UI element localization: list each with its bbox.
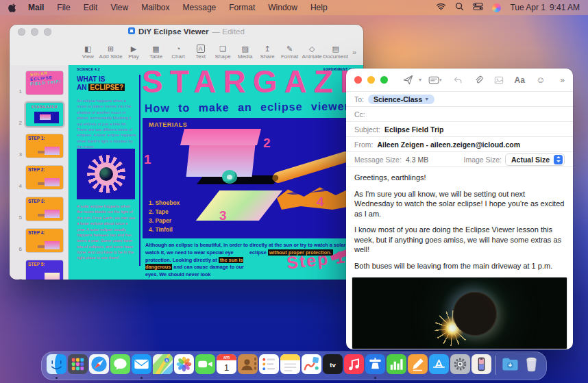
toolbar-animate-button[interactable]: ◇Animate: [301, 45, 323, 60]
table-icon: ▦: [152, 45, 159, 53]
dock-trash-icon[interactable]: [522, 354, 541, 375]
slide-subtitle: How to make an eclipse viewer!: [145, 100, 354, 114]
slide-thumbnail-4[interactable]: STEP 2:: [24, 164, 65, 191]
slide-thumbnail-3[interactable]: STEP 1:: [24, 132, 65, 160]
shape-icon: ❏: [219, 45, 226, 53]
running-indicator: [140, 377, 143, 379]
materials-list-item: 1. Shoebox: [149, 199, 180, 208]
menu-message[interactable]: Message: [183, 3, 217, 12]
thumbnail-art: STEP 5:: [26, 260, 63, 280]
image-size-popup[interactable]: Actual Size: [505, 153, 565, 166]
slide-thumbnail-2[interactable]: STARGAZER: [24, 101, 65, 128]
from-field[interactable]: From: Aileen Zeigen - aileen.zeigen@iclo…: [346, 136, 573, 151]
toolbar-play-button[interactable]: ▶Play: [123, 45, 145, 60]
dock-safari-icon[interactable]: [89, 354, 109, 375]
slide-thumbnail-6[interactable]: STEP 4:: [24, 227, 65, 254]
toolbar-view-button[interactable]: ◧View: [77, 45, 99, 60]
menu-file[interactable]: File: [57, 3, 70, 12]
toolbar-text-button[interactable]: AText: [189, 45, 212, 60]
dock-contacts-icon[interactable]: [238, 354, 258, 375]
send-icon[interactable]: [403, 75, 413, 85]
thumb-art: [45, 241, 60, 249]
toolbar-overflow-icon[interactable]: »: [352, 48, 356, 56]
add-slide-icon: ⊞: [108, 45, 114, 53]
minimize-button[interactable]: [367, 76, 375, 84]
dock-appstore-icon[interactable]: [429, 354, 449, 375]
dock-numbers-icon[interactable]: [387, 354, 406, 375]
apple-menu-icon[interactable]: [8, 3, 16, 12]
siri-icon[interactable]: [492, 3, 501, 12]
dock-divider: [495, 356, 496, 375]
dock-finder-icon[interactable]: [47, 354, 66, 375]
slide-thumbnail-7[interactable]: STEP 5:: [24, 258, 65, 280]
to-recipient-token[interactable]: Science-Class▼: [368, 95, 434, 104]
toolbar-document-button[interactable]: ▤Document: [323, 45, 347, 60]
toolbar-chart-button[interactable]: ◔Chart: [167, 45, 190, 60]
dock-launchpad-icon[interactable]: [68, 354, 88, 375]
dock-reminders-icon[interactable]: [259, 354, 279, 375]
slide-divider: [139, 75, 140, 266]
toolbar-label: Table: [149, 53, 162, 60]
toolbar-overflow-icon[interactable]: »: [560, 75, 565, 85]
slide-thumbnail-1[interactable]: SOLARECLIPSEFIELD TRIP!: [24, 69, 65, 97]
dock-pages-icon[interactable]: [408, 354, 428, 375]
header-fields-icon[interactable]: ▾: [428, 76, 442, 84]
emoji-icon[interactable]: ☺: [536, 75, 545, 85]
slide-row-6: 6STEP 4:: [13, 227, 68, 254]
dock-facetime-icon[interactable]: [195, 354, 215, 375]
materials-box: MATERIALS 1 2 3 4 1. Shoebox2. Tape3. Pa…: [143, 118, 356, 238]
menu-edit[interactable]: Edit: [84, 3, 98, 12]
insert-photo-icon[interactable]: [494, 75, 504, 85]
subject-label: Subject:: [354, 125, 380, 134]
toolbar-add-slide-button[interactable]: ⊞Add Slide: [99, 45, 123, 60]
toolbar-format-button[interactable]: ✎Format: [278, 45, 301, 60]
eclipse-attachment-image[interactable]: [352, 277, 567, 349]
dock-photos-icon[interactable]: [174, 354, 194, 375]
thumbnail-art: STEP 3:: [26, 197, 63, 221]
toolbar-table-button[interactable]: ▦Table: [145, 45, 167, 60]
dock-appletv-icon[interactable]: tv: [323, 354, 343, 375]
dock-settings-icon[interactable]: [450, 354, 470, 375]
menu-view[interactable]: View: [110, 3, 128, 12]
mail-message-body[interactable]: Greetings, earthlings!As I'm sure you al…: [346, 166, 573, 275]
control-center-icon[interactable]: [473, 3, 483, 12]
dock-maps-icon[interactable]: A: [153, 354, 173, 375]
toolbar-share-button[interactable]: ↥Share: [256, 45, 279, 60]
dock-music-icon[interactable]: [344, 354, 364, 375]
svg-text:A: A: [166, 359, 169, 362]
toolbar-media-button[interactable]: ▨Media: [234, 45, 256, 60]
toolbar-label: Animate: [302, 53, 321, 60]
mail-body-paragraph: Greetings, earthlings!: [354, 173, 565, 183]
dock-iphone-mirroring-icon[interactable]: [471, 354, 491, 375]
eclipse-moon: [453, 292, 497, 336]
reply-icon[interactable]: [453, 75, 463, 85]
to-field[interactable]: To: Science-Class▼: [346, 91, 573, 106]
format-text-icon[interactable]: Aa: [515, 75, 525, 85]
dock-notes-icon[interactable]: [280, 354, 300, 375]
menu-window[interactable]: Window: [268, 3, 297, 12]
subject-field[interactable]: Subject: Eclipse Field Trip: [346, 121, 573, 136]
spotlight-icon[interactable]: [455, 2, 464, 13]
attach-icon[interactable]: [474, 75, 483, 85]
dock-calendar-icon[interactable]: APR1: [217, 354, 236, 375]
dock-downloads-icon[interactable]: [500, 354, 520, 375]
toolbar-label: Text: [195, 53, 206, 60]
zoom-button[interactable]: [380, 76, 388, 84]
dock-mail-icon[interactable]: [132, 354, 151, 375]
menu-bar: MailFileEditViewMailboxMessageFormatWind…: [0, 0, 588, 15]
dock-messages-icon[interactable]: [110, 354, 130, 375]
dock-keynote-icon[interactable]: [365, 354, 385, 375]
menu-format[interactable]: Format: [229, 3, 255, 12]
menu-mail[interactable]: Mail: [28, 3, 44, 12]
menu-mailbox[interactable]: Mailbox: [141, 3, 169, 12]
menu-help[interactable]: Help: [310, 3, 328, 12]
slide-thumbnail-5[interactable]: STEP 3:: [24, 195, 65, 223]
toolbar-label: Play: [128, 53, 139, 60]
dock-freeform-icon[interactable]: [302, 354, 321, 375]
send-options-chevron-icon[interactable]: ▾: [419, 77, 421, 83]
close-button[interactable]: [354, 76, 362, 84]
cc-field[interactable]: Cc:: [346, 106, 573, 121]
toolbar-shape-button[interactable]: ❏Shape: [212, 45, 234, 60]
wifi-icon[interactable]: [436, 3, 446, 12]
thumbnail-art: STEP 1:: [26, 134, 63, 158]
